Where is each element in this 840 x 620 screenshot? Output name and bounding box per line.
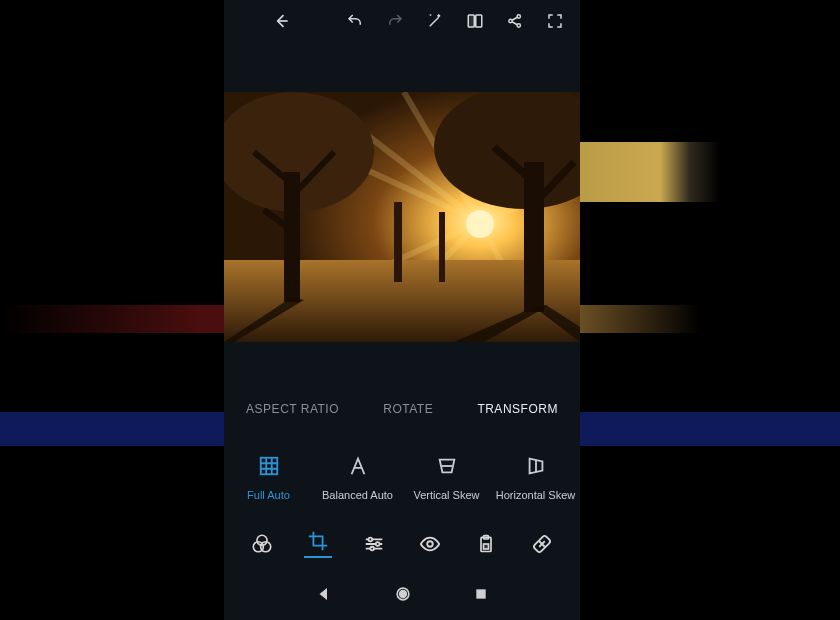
mode-clipboard[interactable] [472, 527, 500, 561]
crop-tab-bar: ASPECT RATIO ROTATE TRANSFORM [224, 394, 580, 424]
svg-rect-19 [394, 202, 402, 282]
top-toolbar [224, 6, 580, 36]
nav-home-icon[interactable] [393, 584, 413, 604]
compare-icon[interactable] [462, 8, 488, 34]
magic-wand-icon[interactable] [422, 8, 448, 34]
active-underline [304, 556, 332, 558]
svg-point-32 [427, 541, 433, 547]
svg-rect-18 [524, 162, 544, 312]
vertical-skew-icon [434, 453, 460, 479]
svg-point-30 [376, 542, 380, 546]
svg-point-31 [370, 547, 374, 551]
nav-recent-icon[interactable] [473, 586, 489, 602]
image-canvas[interactable] [224, 92, 580, 342]
mode-eye[interactable] [416, 527, 444, 561]
mode-heal[interactable] [528, 527, 556, 561]
svg-rect-25 [260, 458, 277, 475]
tab-aspect-ratio[interactable]: ASPECT RATIO [246, 402, 339, 416]
svg-rect-20 [439, 212, 445, 282]
tool-full-auto[interactable]: Full Auto [226, 453, 312, 501]
svg-point-2 [509, 19, 512, 22]
letter-a-icon [345, 453, 371, 479]
editor-mode-bar [224, 524, 580, 564]
svg-rect-39 [476, 589, 485, 598]
mode-adjust[interactable] [360, 527, 388, 561]
system-nav-bar [224, 576, 580, 612]
svg-rect-1 [476, 15, 482, 27]
mode-crop[interactable] [304, 527, 332, 561]
tab-rotate[interactable]: ROTATE [383, 402, 433, 416]
svg-rect-35 [484, 544, 489, 549]
tab-transform[interactable]: TRANSFORM [477, 402, 558, 416]
mode-presets[interactable] [248, 527, 276, 561]
tool-vertical-skew[interactable]: Vertical Skew [404, 453, 490, 501]
fullscreen-icon[interactable] [542, 8, 568, 34]
back-arrow-icon[interactable] [268, 8, 294, 34]
redo-icon[interactable] [382, 8, 408, 34]
horizontal-skew-icon [523, 453, 549, 479]
tool-label: Balanced Auto [322, 489, 393, 501]
share-icon[interactable] [502, 8, 528, 34]
grid-icon [256, 453, 282, 479]
svg-rect-0 [468, 15, 474, 27]
app-window: ASPECT RATIO ROTATE TRANSFORM Full Auto … [224, 0, 580, 620]
nav-back-icon[interactable] [315, 585, 333, 603]
transform-tool-row: Full Auto Balanced Auto Vertical Skew Ho… [224, 438, 580, 516]
svg-point-4 [517, 24, 520, 27]
tool-label: Full Auto [247, 489, 290, 501]
tool-label: Vertical Skew [413, 489, 479, 501]
svg-point-38 [400, 591, 407, 598]
tool-horizontal-skew[interactable]: Horizontal Skew [493, 453, 579, 501]
tool-label: Horizontal Skew [496, 489, 575, 501]
svg-point-29 [369, 538, 373, 542]
tool-balanced-auto[interactable]: Balanced Auto [315, 453, 401, 501]
svg-point-24 [466, 210, 494, 238]
svg-point-3 [517, 15, 520, 18]
undo-icon[interactable] [342, 8, 368, 34]
